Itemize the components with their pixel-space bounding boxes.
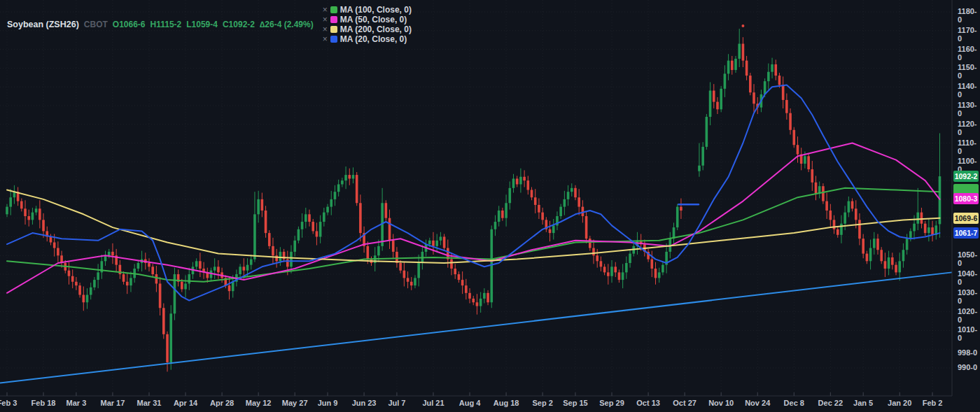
indicator-label: MA (100, Close, 0): [340, 5, 412, 15]
date-tick: May 27: [278, 399, 312, 407]
price-tick: 1130-0: [958, 101, 980, 118]
exchange-name: CBOT: [84, 20, 108, 29]
date-tick: Sep 2: [526, 399, 559, 407]
price-tick: 1170-0: [958, 26, 980, 43]
price-tick: 1050-0: [958, 250, 980, 267]
date-tick: Mar 31: [132, 399, 166, 407]
date-tick: Dec 22: [813, 399, 847, 407]
date-tick: Sep 15: [559, 399, 592, 407]
remove-indicator-icon[interactable]: ×: [323, 34, 328, 44]
date-tick: Aug 18: [489, 399, 523, 407]
date-tick: Aug 4: [453, 399, 486, 407]
remove-indicator-icon[interactable]: ×: [323, 24, 328, 34]
indicator-color-chip: [330, 6, 337, 13]
date-tick: Jul 7: [380, 399, 414, 407]
last-price-tag: 1092-2: [953, 171, 979, 182]
date-tick: Sep 29: [595, 399, 629, 407]
date-tick: Oct 27: [668, 399, 701, 407]
price-tick: 1160-0: [958, 45, 980, 62]
date-tick: Feb 3: [0, 399, 24, 407]
indicator-label: MA (20, Close, 0): [340, 34, 407, 44]
symbol-header: Soybean (ZSH26) CBOT O1066-6 H1115-2 L10…: [7, 5, 412, 44]
price-tick: 1110-0: [958, 138, 980, 155]
indicator-label: MA (50, Close, 0): [340, 15, 407, 24]
ohlc-close: C1092-2: [223, 20, 255, 29]
chart-root: Soybean (ZSH26) CBOT O1066-6 H1115-2 L10…: [0, 0, 980, 412]
price-tick: 1120-0: [958, 120, 980, 136]
ohlc-high: H1115-2: [150, 20, 182, 29]
price-tick: 1040-0: [958, 269, 980, 286]
indicator-item-ma100[interactable]: ×MA (100, Close, 0): [323, 5, 412, 15]
date-tick: Nov 24: [741, 399, 774, 407]
ohlc-values: O1066-6 H1115-2 L1059-4 C1092-2 ∆26-4 (2…: [113, 20, 314, 29]
ma20-price-tag: 1061-7: [953, 227, 979, 239]
indicator-color-chip: [330, 36, 337, 43]
indicator-item-ma20[interactable]: ×MA (20, Close, 0): [323, 34, 412, 44]
ohlc-open: O1066-6: [113, 20, 146, 29]
date-tick: Mar 17: [96, 399, 130, 407]
price-tick: 998-0: [958, 348, 977, 357]
ma200-price-tag: 1069-6: [953, 213, 979, 224]
date-tick: Jun 9: [311, 399, 344, 407]
price-tick: 1030-0: [958, 288, 980, 305]
indicator-color-chip: [330, 26, 337, 33]
ohlc-low: L1059-4: [186, 20, 218, 29]
remove-indicator-icon[interactable]: ×: [323, 15, 328, 24]
instrument-name: Soybean (ZSH26): [7, 20, 79, 29]
remove-indicator-icon[interactable]: ×: [323, 5, 328, 15]
date-tick: Oct 13: [631, 399, 665, 407]
indicator-label: MA (200, Close, 0): [340, 24, 412, 34]
date-tick: Feb 2: [916, 399, 949, 407]
price-tick: 1150-0: [958, 63, 980, 80]
price-tick: 1180-0: [958, 7, 980, 24]
price-tick: 990-0: [958, 363, 977, 371]
ma50-price-tag: 1080-3: [953, 193, 979, 204]
date-tick: May 12: [241, 399, 275, 407]
date-tick: Jul 21: [416, 399, 450, 407]
date-tick: Jun 23: [347, 399, 381, 407]
indicator-color-chip: [330, 16, 337, 23]
price-tick: 1140-0: [958, 82, 980, 99]
date-tick: Jan 5: [846, 399, 880, 407]
date-tick: Apr 14: [169, 399, 202, 407]
date-tick: Dec 8: [777, 399, 811, 407]
price-tick: 1010-0: [958, 325, 980, 342]
price-axis[interactable]: 1180-01170-01160-01150-01140-01130-01120…: [952, 0, 980, 396]
indicator-item-ma50[interactable]: ×MA (50, Close, 0): [323, 15, 412, 24]
indicator-item-ma200[interactable]: ×MA (200, Close, 0): [323, 24, 412, 34]
date-tick: Jan 20: [883, 399, 916, 407]
date-tick: Mar 3: [59, 399, 93, 407]
change-value: ∆26-4 (2.49%): [260, 20, 314, 29]
price-tick: 1020-0: [958, 307, 980, 324]
indicator-legend: ×MA (100, Close, 0)×MA (50, Close, 0)×MA…: [318, 5, 412, 44]
time-axis[interactable]: Feb 3Feb 18Mar 3Mar 17Mar 31Apr 14Apr 28…: [0, 396, 980, 412]
date-tick: Nov 10: [704, 399, 738, 407]
date-tick: Apr 28: [205, 399, 239, 407]
price-chart-canvas[interactable]: [0, 0, 980, 412]
date-tick: Feb 18: [27, 399, 60, 407]
